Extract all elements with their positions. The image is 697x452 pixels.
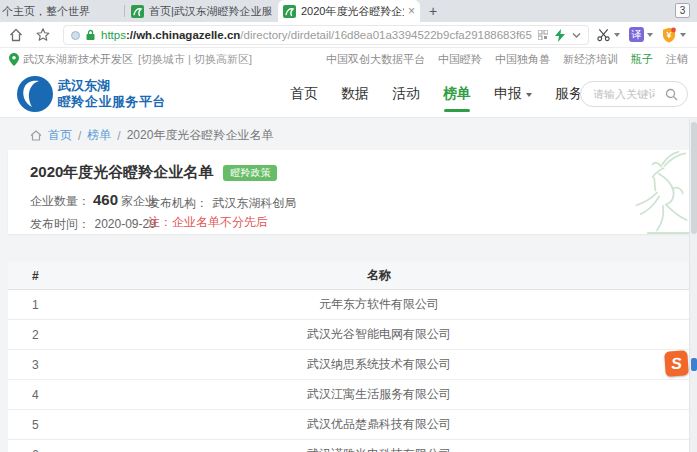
row-index: 5 — [8, 418, 68, 432]
table-row: 5 武汉优品楚鼎科技有限公司 — [8, 410, 690, 440]
tab-label: 2020年度光谷瞪羚企业名单|武汉 — [301, 4, 404, 19]
link-big-data-platform[interactable]: 中国双创大数据平台 — [326, 52, 425, 67]
link-new-economy-training[interactable]: 新经济培训 — [563, 52, 618, 67]
page-title: 2020年度光谷瞪羚企业名单 — [30, 163, 213, 182]
nav-item-rankings[interactable]: 榜单 — [443, 85, 471, 103]
logout-link[interactable]: 注销 — [666, 52, 688, 67]
date-value: 2020-09-29 — [94, 217, 155, 231]
company-name: 武汉纳思系统技术有限公司 — [68, 356, 690, 373]
nav-item-activity[interactable]: 活动 — [392, 85, 420, 103]
search-icon[interactable] — [665, 88, 678, 101]
count-value: 460 — [93, 191, 118, 208]
breadcrumb-current: 2020年度光谷瞪羚企业名单 — [127, 127, 274, 144]
logo-line2: 瞪羚企业服务平台 — [58, 94, 166, 110]
publish-date: 发布时间： 2020-09-29 — [30, 214, 156, 233]
site-top-strip: 武汉东湖新技术开发区 [切换城市 | 切换高新区] 中国双创大数据平台 中国瞪羚… — [0, 48, 697, 70]
url-host: ://wh.chinagazelle.cn — [126, 29, 240, 41]
sogou-ime-widget[interactable]: S — [665, 351, 688, 376]
main-navigation: 首页 数据 活动 榜单 申报 服务 — [290, 70, 583, 118]
gazelle-favicon-icon — [131, 5, 144, 18]
breadcrumb-home-link[interactable]: 首页 — [48, 127, 72, 144]
chevron-down-icon — [526, 93, 532, 97]
topbar-links: 中国双创大数据平台 中国瞪羚 中国独角兽 新经济培训 瓶子 注销 — [326, 52, 688, 67]
row-index: 1 — [8, 298, 68, 312]
order-note: 注：企业名单不分先后 — [148, 214, 268, 231]
page-scrollbar[interactable] — [689, 118, 697, 452]
caret-down-icon — [647, 33, 653, 37]
table-row: 2 武汉光谷智能电网有限公司 — [8, 320, 690, 350]
browser-tab-current[interactable]: 2020年度光谷瞪羚企业名单|武汉 × — [278, 0, 420, 22]
table-row: 6 武汉诺雅光电科技有限公司 — [8, 440, 690, 452]
gazelle-watermark-icon — [620, 150, 690, 234]
breadcrumb-section-link[interactable]: 榜单 — [87, 127, 111, 144]
table-row: 1 元年东方软件有限公司 — [8, 290, 690, 320]
page-content: 首页 / 榜单 / 2020年度光谷瞪羚企业名单 2020年度光谷瞪羚企业名单 … — [0, 118, 697, 452]
urlbar-actions — [538, 29, 581, 42]
company-name: 武汉江寓生活服务有限公司 — [68, 386, 690, 403]
location-pin-icon — [9, 53, 19, 66]
site-logo-text[interactable]: 武汉东湖 瞪羚企业服务平台 — [58, 78, 166, 110]
location-text: 武汉东湖新技术开发区 — [23, 52, 133, 67]
row-index: 6 — [8, 448, 68, 452]
org-value: 武汉东湖科创局 — [212, 196, 296, 210]
caret-down-icon — [614, 33, 620, 37]
screenshot-scissors-button[interactable] — [596, 27, 620, 42]
scissors-icon — [596, 27, 611, 42]
secure-lock-icon — [85, 29, 96, 41]
yuan-glyph: ¥ — [661, 28, 677, 42]
bookmark-star-icon[interactable] — [35, 27, 51, 43]
breadcrumb: 首页 / 榜单 / 2020年度光谷瞪羚企业名单 — [30, 127, 273, 144]
site-logo-icon[interactable] — [17, 76, 53, 112]
wallet-shield-extension-button[interactable]: ¥ — [661, 27, 686, 43]
row-index: 4 — [8, 388, 68, 402]
gazelle-favicon-icon — [283, 5, 296, 18]
switch-city-links[interactable]: [切换城市 | 切换高新区] — [138, 52, 252, 67]
company-name: 武汉优品楚鼎科技有限公司 — [68, 416, 690, 433]
browser-tab-site-home[interactable]: 首页|武汉东湖瞪羚企业服务平台 — [125, 0, 278, 22]
link-china-unicorn[interactable]: 中国独角兽 — [495, 52, 550, 67]
link-china-gazelle[interactable]: 中国瞪羚 — [438, 52, 482, 67]
lightning-accelerate-icon[interactable] — [555, 29, 565, 42]
column-header-name: 名称 — [68, 267, 690, 284]
table-row: 4 武汉江寓生活服务有限公司 — [8, 380, 690, 410]
nav-item-data[interactable]: 数据 — [341, 85, 369, 103]
home-button-icon[interactable] — [8, 27, 24, 43]
translate-extension-button[interactable]: 译 — [629, 27, 653, 42]
enterprise-table: # 名称 1 元年东方软件有限公司 2 武汉光谷智能电网有限公司 3 武汉纳思系… — [8, 262, 690, 452]
publisher: 发布机构： 武汉东湖科创局 — [148, 193, 296, 212]
browser-tab-home[interactable]: 个主页，整个世界 — [0, 0, 124, 22]
chevron-down-icon[interactable] — [572, 32, 581, 39]
browser-window: 个主页，整个世界 首页|武汉东湖瞪羚企业服务平台 2020年度光谷瞪羚企业名单|… — [0, 0, 697, 452]
tab-label: 首页|武汉东湖瞪羚企业服务平台 — [149, 4, 272, 19]
translate-icon: 译 — [629, 27, 644, 42]
nav-item-declare[interactable]: 申报 — [494, 85, 532, 103]
nav-item-services[interactable]: 服务 — [555, 85, 583, 103]
caret-down-icon — [680, 33, 686, 37]
close-tab-icon[interactable]: × — [408, 5, 415, 17]
list-info-card: 2020年度光谷瞪羚企业名单 瞪羚政策 企业数量：460家企业 发布机构： 武汉… — [8, 150, 690, 234]
new-tab-button[interactable]: + — [420, 0, 446, 22]
tab-count-badge[interactable]: 3 — [675, 3, 690, 18]
address-bar[interactable]: https://wh.chinagazelle.cn/directory/dir… — [63, 25, 589, 45]
tab-label: 个主页，整个世界 — [2, 4, 124, 19]
url-scheme: https — [101, 29, 126, 41]
nav-declare-label: 申报 — [494, 85, 522, 103]
company-name: 武汉光谷智能电网有限公司 — [68, 326, 690, 343]
logo-line1: 武汉东湖 — [58, 78, 166, 94]
search-input[interactable] — [581, 88, 655, 100]
url-path: /directory/dirdetail/16d8ea01a3394522b9c… — [240, 29, 532, 41]
sogou-toolbar-fragment — [691, 358, 697, 371]
username-link[interactable]: 瓶子 — [631, 52, 653, 67]
scrollbar-thumb[interactable] — [691, 122, 697, 234]
sogou-icon[interactable]: S — [664, 350, 689, 377]
row-index: 2 — [8, 328, 68, 342]
browser-toolbar: https://wh.chinagazelle.cn/directory/dir… — [0, 22, 697, 48]
enterprise-count: 企业数量：460家企业 — [30, 191, 157, 210]
site-search — [580, 81, 688, 107]
site-permission-icon[interactable] — [71, 31, 80, 40]
qr-code-icon[interactable] — [538, 30, 548, 40]
date-label: 发布时间： — [30, 217, 90, 231]
site-header: 武汉东湖 瞪羚企业服务平台 首页 数据 活动 榜单 申报 服务 — [0, 70, 697, 118]
nav-item-home[interactable]: 首页 — [290, 85, 318, 103]
org-label: 发布机构： — [148, 196, 208, 210]
